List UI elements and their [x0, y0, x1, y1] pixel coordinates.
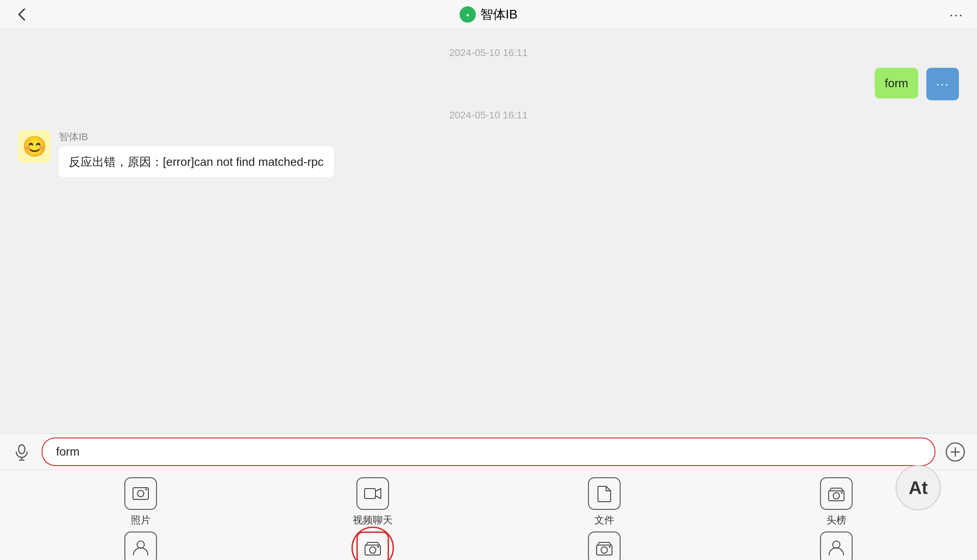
svg-point-20 [601, 547, 607, 553]
file-label: 文件 [594, 513, 614, 527]
toolbar-item-file[interactable]: 文件 [491, 477, 718, 527]
photo-label: 照片 [131, 513, 151, 527]
timestamp-1: 2024-05-10 16:11 [18, 47, 959, 59]
self-message-bubble: form [875, 68, 918, 99]
svg-point-15 [137, 541, 144, 548]
photo-icon [124, 477, 157, 510]
svg-point-9 [138, 490, 144, 497]
fukr-icon [588, 532, 621, 560]
voice-button[interactable] [9, 439, 34, 465]
toolbar-item-video[interactable]: 视频聊天 [259, 477, 487, 527]
form-icon [356, 532, 389, 560]
message-row-self: ··· form [18, 68, 959, 100]
svg-rect-11 [365, 489, 375, 499]
message-input[interactable] [42, 438, 935, 466]
more-button[interactable]: ··· [949, 7, 963, 22]
contact-avatar-green: ● [460, 6, 476, 23]
bottom-toolbar: 照片 视频聊天 文件 头榜 [0, 470, 977, 560]
video-label: 视频聊天 [353, 513, 393, 527]
add-button[interactable] [943, 439, 968, 465]
video-icon [356, 477, 389, 510]
svg-point-18 [377, 546, 379, 548]
toolbar-item-push-leaderboard[interactable]: 推送头榜 [723, 532, 950, 560]
svg-point-14 [841, 492, 843, 494]
back-button[interactable] [14, 6, 30, 23]
header-title-area: ● 智体IB [460, 6, 517, 23]
svg-point-21 [609, 546, 611, 548]
bot-avatar: 😊 [18, 130, 51, 163]
bot-message-bubble: 反应出错，原因：[error]can not find matched-rpc [59, 146, 334, 177]
bot-name: 智体IB [59, 130, 334, 144]
toolbar-item-fukr[interactable]: 福刻FOKR [491, 532, 718, 560]
svg-point-17 [370, 547, 376, 553]
svg-point-2 [19, 445, 25, 454]
camera-head-icon [820, 477, 853, 510]
chat-area: 2024-05-10 16:11 ··· form 2024-05-10 16:… [0, 29, 977, 452]
svg-point-22 [833, 541, 840, 548]
svg-rect-16 [365, 545, 380, 555]
bot-message-content: 智体IB 反应出错，原因：[error]can not find matched… [59, 130, 334, 177]
push-leaderboard-icon [820, 532, 853, 560]
file-icon [588, 477, 621, 510]
toolbar-item-contact[interactable]: 联系人 [27, 532, 255, 560]
self-message-content: form [875, 68, 918, 99]
contact-icon [124, 532, 157, 560]
svg-text:●: ● [466, 12, 469, 18]
toolbar-item-photo[interactable]: 照片 [27, 477, 255, 527]
self-avatar: ··· [926, 68, 959, 100]
message-row-bot: 😊 智体IB 反应出错，原因：[error]can not find match… [18, 130, 959, 177]
header: ● 智体IB ··· [0, 0, 977, 29]
timestamp-2: 2024-05-10 16:11 [18, 109, 959, 121]
svg-point-13 [833, 493, 839, 499]
at-badge[interactable]: At [896, 465, 941, 510]
toolbar-item-form[interactable]: 表单 [259, 532, 487, 560]
svg-point-10 [145, 489, 147, 490]
camera-head-label: 头榜 [826, 513, 846, 527]
text-input-wrapper [42, 438, 935, 466]
chat-title: 智体IB [480, 6, 517, 23]
input-area [0, 433, 977, 470]
